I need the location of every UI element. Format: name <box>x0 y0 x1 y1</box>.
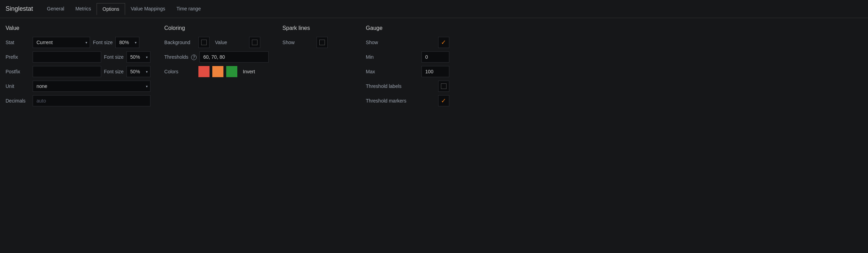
stat-row: Stat Current ▾ Font size 80% ▾ <box>6 36 150 49</box>
unit-select[interactable]: none <box>33 81 150 92</box>
coloring-section: Coloring Background Value Thresholds ? <box>164 25 269 107</box>
colors-label: Colors <box>164 69 196 74</box>
sparklines-show-label: Show <box>282 40 314 45</box>
nav-tabs: General Metrics Options Value Mappings T… <box>41 3 206 15</box>
prefix-font-size-wrapper: 50% ▾ <box>126 51 150 63</box>
thresholds-input[interactable] <box>199 51 269 63</box>
gauge-min-input[interactable] <box>421 51 449 63</box>
thresholds-row: Thresholds ? <box>164 51 269 63</box>
gauge-section-header: Gauge <box>366 25 449 31</box>
decimals-input[interactable] <box>33 95 150 106</box>
value-section-header: Value <box>6 25 150 31</box>
value-coloring-label: Value <box>215 40 246 45</box>
coloring-grid: Background Value Thresholds ? Color <box>164 36 269 78</box>
postfix-input[interactable] <box>33 66 101 77</box>
invert-button[interactable]: Invert <box>240 67 258 76</box>
tab-metrics[interactable]: Metrics <box>70 3 97 15</box>
stat-select-wrapper: Current ▾ <box>33 37 90 48</box>
value-section: Value Stat Current ▾ Font size 80% <box>6 25 150 107</box>
app-title: Singlestat <box>6 5 33 13</box>
prefix-font-size-group: Font size 50% ▾ <box>104 51 150 63</box>
thresholds-help-icon[interactable]: ? <box>191 55 197 60</box>
postfix-row: Postfix Font size 50% ▾ <box>6 65 150 78</box>
sparklines-section: Spark lines Show <box>282 25 352 107</box>
unit-row: Unit none ▾ <box>6 80 150 92</box>
gauge-threshold-labels-checkbox[interactable] <box>438 81 449 92</box>
gauge-threshold-markers-row: Threshold markers ✓ <box>366 95 449 107</box>
tab-general[interactable]: General <box>41 3 70 15</box>
sparklines-show-row: Show <box>282 36 352 49</box>
colors-row: Colors Invert <box>164 65 269 78</box>
value-checkbox[interactable] <box>249 37 260 48</box>
main-content: Value Stat Current ▾ Font size 80% <box>0 18 868 114</box>
gauge-show-label: Show <box>366 40 435 45</box>
value-unchecked <box>252 40 257 45</box>
postfix-font-size-label: Font size <box>104 69 124 74</box>
tab-time-range[interactable]: Time range <box>171 3 206 15</box>
gauge-section: Gauge Show ✓ Min Max Threshold label <box>366 25 449 107</box>
prefix-input[interactable] <box>33 51 101 63</box>
thresholds-label: Thresholds ? <box>164 54 197 60</box>
decimals-label: Decimals <box>6 98 30 104</box>
sparklines-show-checkbox[interactable] <box>317 37 328 48</box>
tab-options[interactable]: Options <box>97 3 125 15</box>
gauge-min-label: Min <box>366 54 419 60</box>
tab-value-mappings[interactable]: Value Mappings <box>125 3 171 15</box>
sparklines-unchecked <box>319 40 325 45</box>
gauge-threshold-markers-check-icon: ✓ <box>441 97 446 105</box>
coloring-section-header: Coloring <box>164 25 269 31</box>
gauge-threshold-markers-label: Threshold markers <box>366 98 435 104</box>
decimals-row: Decimals <box>6 95 150 107</box>
gauge-max-label: Max <box>366 69 419 74</box>
prefix-label: Prefix <box>6 54 30 60</box>
stat-font-size-select[interactable]: 80% <box>115 37 139 48</box>
value-form-grid: Stat Current ▾ Font size 80% ▾ <box>6 36 150 107</box>
background-unchecked <box>201 40 207 45</box>
unit-select-wrapper: none ▾ <box>33 81 150 92</box>
color-swatch-1[interactable] <box>198 66 210 77</box>
postfix-label: Postfix <box>6 69 30 74</box>
background-value-row: Background Value <box>164 36 269 49</box>
gauge-max-row: Max <box>366 65 449 78</box>
gauge-show-check-icon: ✓ <box>441 39 446 46</box>
prefix-font-size-select[interactable]: 50% <box>126 51 150 63</box>
gauge-show-row: Show ✓ <box>366 36 449 49</box>
prefix-row: Prefix Font size 50% ▾ <box>6 51 150 63</box>
postfix-font-size-group: Font size 50% ▾ <box>104 66 150 77</box>
background-checkbox[interactable] <box>198 37 210 48</box>
unit-label: Unit <box>6 83 30 89</box>
gauge-threshold-markers-checkbox[interactable]: ✓ <box>438 95 449 106</box>
stat-font-size-group: Font size 80% ▾ <box>93 37 150 48</box>
postfix-font-size-wrapper: 50% ▾ <box>126 66 150 77</box>
gauge-threshold-labels-unchecked <box>441 83 447 89</box>
color-swatch-3[interactable] <box>226 66 237 77</box>
prefix-font-size-label: Font size <box>104 54 124 60</box>
stat-select[interactable]: Current <box>33 37 90 48</box>
stat-label: Stat <box>6 40 30 45</box>
gauge-min-row: Min <box>366 51 449 63</box>
color-swatch-2[interactable] <box>212 66 223 77</box>
postfix-font-size-select[interactable]: 50% <box>126 66 150 77</box>
gauge-threshold-labels-label: Threshold labels <box>366 83 435 89</box>
gauge-grid: Show ✓ Min Max Threshold labels <box>366 36 449 107</box>
stat-font-size-wrapper: 80% ▾ <box>115 37 139 48</box>
header: Singlestat General Metrics Options Value… <box>0 0 868 18</box>
stat-font-size-label: Font size <box>93 40 113 45</box>
gauge-max-input[interactable] <box>421 66 449 77</box>
gauge-show-checkbox[interactable]: ✓ <box>438 37 449 48</box>
gauge-threshold-labels-row: Threshold labels <box>366 80 449 92</box>
sparklines-section-header: Spark lines <box>282 25 352 31</box>
background-label: Background <box>164 40 196 45</box>
